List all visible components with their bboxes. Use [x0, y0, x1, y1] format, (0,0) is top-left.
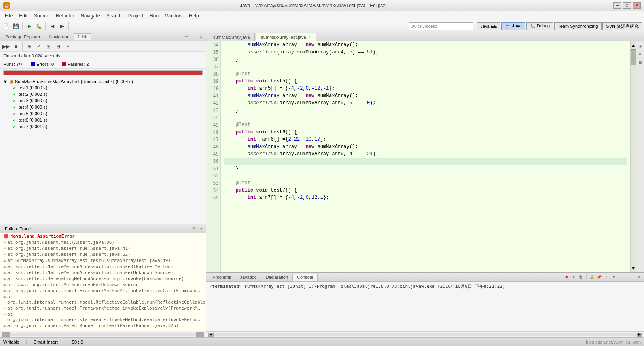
test-item-7[interactable]: ✓ test7 (0.001 s) — [0, 123, 206, 130]
failure-stack-12[interactable]: ≡ at org.junit.internal.runners.statemen… — [0, 311, 206, 323]
menu-item-file[interactable]: File — [2, 12, 16, 19]
test-item-3[interactable]: ✓ test3 (0.000 s) — [0, 97, 206, 104]
code-area: 3435363738394041424344454647484950515253… — [206, 41, 644, 272]
tab-problems[interactable]: Problems — [208, 274, 235, 281]
panel-close[interactable]: ✕ — [198, 34, 204, 40]
menu-item-window[interactable]: Window — [162, 12, 186, 19]
junit-expand[interactable]: ⊞ — [44, 42, 53, 51]
failure-stack-1[interactable]: ≡ at org.junit.Assert.fail(Assert.java:8… — [0, 239, 206, 245]
menu-item-run[interactable]: Run — [146, 12, 162, 19]
tab-sumMaxArrayTest-close[interactable]: ✕ — [308, 35, 311, 39]
toolbar-new[interactable]: 📄 — [2, 22, 11, 31]
failure-stack-4[interactable]: ≡ at SumMaxArray.sumMaxArrayTest.test6(s… — [0, 257, 206, 264]
console-pin[interactable]: 📌 — [596, 274, 602, 281]
console-scroll-left[interactable]: ◀ — [208, 333, 214, 337]
editor-maximize[interactable]: □ — [636, 34, 642, 41]
perspective-team[interactable]: Team Synchronizing — [554, 22, 602, 30]
scroll-down-btn[interactable]: ▼ — [631, 264, 636, 272]
tab-junit[interactable]: JUnit — [74, 33, 91, 40]
failure-scroll-left[interactable] — [2, 332, 10, 337]
panel-maximize[interactable]: □ — [191, 34, 197, 40]
junit-rerun[interactable]: ▶▶ — [2, 42, 11, 51]
toolbar-forward[interactable]: ▶ — [57, 22, 66, 31]
tab-package-explorer[interactable]: Package Explorer — [2, 33, 44, 40]
tab-declaration[interactable]: Declaration — [261, 274, 292, 281]
failure-scroll-right[interactable] — [196, 332, 204, 337]
scroll-up-btn[interactable]: ▲ — [631, 41, 636, 49]
console-minimize[interactable]: ─ — [621, 274, 628, 281]
tab-console[interactable]: Console — [292, 274, 318, 281]
console-scrollbar[interactable]: ◀ ▶ — [206, 331, 644, 337]
test-item-2[interactable]: ✓ test2 (0.002 s) — [0, 91, 206, 97]
toolbar-back[interactable]: ◀ — [48, 22, 57, 31]
console-scroll-right[interactable]: ▶ — [637, 333, 642, 337]
menu-item-help[interactable]: Help — [186, 12, 202, 19]
tab-sumMaxArrayTest[interactable]: sumMaxArrayTest.java ✕ — [256, 33, 316, 41]
menu-item-edit[interactable]: Edit — [16, 12, 31, 19]
junit-stats: Runs: 7/7 Errors: 0 Failures: 2 — [0, 60, 206, 69]
code-content[interactable]: sumMaxArray array = new sumMaxArray(); a… — [221, 41, 630, 272]
side-icon-2[interactable]: ≡ — [637, 51, 644, 57]
tab-sumMaxArray[interactable]: sumMaxArray.java — [208, 33, 255, 41]
failure-stack-5[interactable]: ≡ at sun.reflect.NativeMethodAccessorImp… — [0, 264, 206, 270]
junit-history[interactable]: ⊕ — [25, 42, 34, 51]
failure-stack-2[interactable]: ≡ at org.junit.Assert.assertTrue(Assert.… — [0, 245, 206, 251]
junit-filter-pass[interactable]: ✓ — [34, 42, 43, 51]
failure-stack-6[interactable]: ≡ at sun.reflect.NativeMethodAccessorImp… — [0, 270, 206, 276]
console-view-menu[interactable]: ▾ — [610, 274, 617, 281]
toolbar-run[interactable]: ▶ — [25, 22, 34, 31]
tab-navigator[interactable]: Navigator — [46, 33, 72, 40]
failure-stack-10[interactable]: ≡ at org.junit.internal.runners.model.Re… — [0, 294, 206, 305]
console-close-stream[interactable]: ✕ — [570, 274, 577, 281]
console-scroll-lock[interactable]: 🔒 — [589, 274, 595, 281]
console-new[interactable]: + — [603, 274, 610, 281]
junit-menu[interactable]: ▾ — [64, 42, 72, 51]
menu-item-refactor[interactable]: Refactor — [53, 12, 77, 19]
stack8-icon: ≡ — [3, 283, 6, 287]
toolbar-save[interactable]: 💾 — [11, 22, 20, 31]
console-clear[interactable]: 🗑 — [578, 274, 584, 281]
test-item-5[interactable]: ✓ test5 (0.000 s) — [0, 110, 206, 117]
menu-item-source[interactable]: Source — [31, 12, 53, 19]
failure-stack-3[interactable]: ≡ at org.junit.Assert.assertTrue(Assert.… — [0, 251, 206, 257]
junit-tree[interactable]: ▼ ▣ SumMaxArray.sumMaxArrayTest [Runner:… — [0, 77, 206, 224]
tab-javadoc[interactable]: Javadoc — [235, 274, 261, 281]
side-icon-3[interactable]: ⊞ — [637, 59, 644, 65]
perspective-java[interactable]: ☕ Java — [501, 22, 525, 30]
test-item-4[interactable]: ✓ test4 (0.000 s) — [0, 104, 206, 110]
test-suite-item[interactable]: ▼ ▣ SumMaxArray.sumMaxArrayTest [Runner:… — [0, 78, 206, 84]
test-item-6[interactable]: ✓ test6 (0.001 s) — [0, 117, 206, 123]
toolbar-debug[interactable]: 🐛 — [34, 22, 43, 31]
failure-stack-9[interactable]: ≡ at org.junit.runners.model.FrameworkMe… — [0, 288, 206, 294]
test-item-1[interactable]: ✓ test1 (0.000 s) — [0, 84, 206, 91]
failure-filter-btn[interactable]: ⊟ — [191, 226, 197, 232]
failure-stack-7[interactable]: ≡ at sun.reflect.DelegatingMethodAccesso… — [0, 276, 206, 282]
maximize-button[interactable]: □ — [623, 2, 631, 9]
failure-stack-11[interactable]: ≡ at org.junit.runners.model.FrameworkMe… — [0, 305, 206, 311]
close-button[interactable]: ✕ — [633, 2, 641, 9]
stack10-icon: ≡ — [3, 295, 6, 299]
console-terminate[interactable]: ■ — [563, 274, 570, 281]
junit-stop[interactable]: ■ — [11, 42, 20, 51]
failure-stack-8[interactable]: ≡ at java.lang.reflect.Method.invoke(Unk… — [0, 282, 206, 288]
perspective-svn[interactable]: SVN 资源库研究 — [602, 22, 642, 30]
quick-access-input[interactable] — [409, 22, 473, 30]
side-icon-1[interactable]: ◈ — [637, 43, 644, 49]
menu-item-project[interactable]: Project — [125, 12, 146, 19]
console-maximize[interactable]: □ — [629, 274, 635, 281]
console-close[interactable]: ✕ — [636, 274, 642, 281]
scroll-thumb[interactable] — [631, 49, 636, 65]
perspective-debug[interactable]: 🐛 Debug — [526, 22, 553, 30]
failure-scrollbar[interactable] — [0, 331, 206, 337]
panel-minimize[interactable]: ─ — [183, 34, 190, 40]
failure-menu-btn[interactable]: ▾ — [198, 226, 204, 232]
perspective-javaee[interactable]: Java EE — [477, 22, 500, 30]
editor-minimize[interactable]: ─ — [629, 34, 635, 41]
failure-error-item[interactable]: 🔴 java.lang.AssertionError — [0, 233, 206, 239]
failure-stack-13[interactable]: ≡ at org.junit.runners.ParentRunner.runL… — [0, 323, 206, 329]
minimize-button[interactable]: ─ — [613, 2, 621, 9]
junit-collapse[interactable]: ⊟ — [54, 42, 63, 51]
menu-item-navigate[interactable]: Navigate — [77, 12, 103, 19]
editor-scrollbar[interactable]: ▲ ▼ — [630, 41, 636, 272]
menu-item-search[interactable]: Search — [103, 12, 125, 19]
